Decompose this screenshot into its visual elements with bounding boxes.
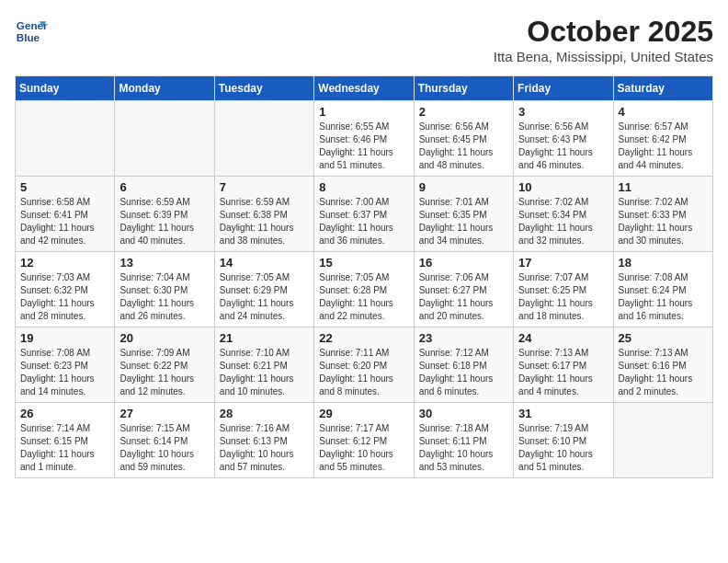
calendar-week-2: 5 Sunrise: 6:58 AMSunset: 6:41 PMDayligh… xyxy=(16,177,713,252)
calendar-cell: 12 Sunrise: 7:03 AMSunset: 6:32 PMDaylig… xyxy=(16,252,115,327)
day-info: Sunrise: 7:08 AMSunset: 6:23 PMDaylight:… xyxy=(20,347,109,398)
calendar-cell: 23 Sunrise: 7:12 AMSunset: 6:18 PMDaylig… xyxy=(414,327,513,403)
calendar-cell: 24 Sunrise: 7:13 AMSunset: 6:17 PMDaylig… xyxy=(514,327,613,403)
calendar-cell: 19 Sunrise: 7:08 AMSunset: 6:23 PMDaylig… xyxy=(16,327,115,403)
calendar-cell: 21 Sunrise: 7:10 AMSunset: 6:21 PMDaylig… xyxy=(214,327,313,403)
calendar-week-4: 19 Sunrise: 7:08 AMSunset: 6:23 PMDaylig… xyxy=(16,327,713,403)
day-number: 17 xyxy=(518,256,608,270)
calendar-cell xyxy=(16,101,115,177)
day-number: 18 xyxy=(619,256,708,270)
location-title: Itta Bena, Mississippi, United States xyxy=(494,49,713,64)
calendar-cell: 31 Sunrise: 7:19 AMSunset: 6:10 PMDaylig… xyxy=(514,403,613,478)
day-number: 3 xyxy=(518,105,608,119)
day-info: Sunrise: 6:55 AMSunset: 6:46 PMDaylight:… xyxy=(319,121,408,172)
day-number: 26 xyxy=(20,407,109,420)
calendar-cell xyxy=(214,101,313,177)
day-number: 8 xyxy=(319,180,408,194)
day-info: Sunrise: 7:19 AMSunset: 6:10 PMDaylight:… xyxy=(518,422,608,474)
calendar-cell: 30 Sunrise: 7:18 AMSunset: 6:11 PMDaylig… xyxy=(414,403,513,478)
calendar-week-3: 12 Sunrise: 7:03 AMSunset: 6:32 PMDaylig… xyxy=(16,252,713,327)
day-info: Sunrise: 7:00 AMSunset: 6:37 PMDaylight:… xyxy=(319,196,408,247)
calendar-cell: 3 Sunrise: 6:56 AMSunset: 6:43 PMDayligh… xyxy=(514,101,613,177)
header-wednesday: Wednesday xyxy=(314,76,414,101)
day-info: Sunrise: 7:08 AMSunset: 6:24 PMDaylight:… xyxy=(619,271,708,323)
day-number: 9 xyxy=(419,180,508,194)
day-info: Sunrise: 7:06 AMSunset: 6:27 PMDaylight:… xyxy=(419,271,508,323)
calendar-cell: 6 Sunrise: 6:59 AMSunset: 6:39 PMDayligh… xyxy=(115,177,214,252)
day-number: 7 xyxy=(220,180,309,194)
calendar-cell: 1 Sunrise: 6:55 AMSunset: 6:46 PMDayligh… xyxy=(314,101,414,177)
day-info: Sunrise: 7:11 AMSunset: 6:20 PMDaylight:… xyxy=(319,347,408,398)
calendar-cell: 26 Sunrise: 7:14 AMSunset: 6:15 PMDaylig… xyxy=(16,403,115,478)
day-info: Sunrise: 6:59 AMSunset: 6:39 PMDaylight:… xyxy=(119,196,209,247)
day-number: 31 xyxy=(518,407,608,420)
calendar-cell: 25 Sunrise: 7:13 AMSunset: 6:16 PMDaylig… xyxy=(613,327,712,403)
day-number: 19 xyxy=(20,331,109,345)
calendar-cell: 11 Sunrise: 7:02 AMSunset: 6:33 PMDaylig… xyxy=(613,177,712,252)
day-info: Sunrise: 7:02 AMSunset: 6:34 PMDaylight:… xyxy=(518,196,608,247)
calendar-cell xyxy=(115,101,214,177)
calendar-cell: 8 Sunrise: 7:00 AMSunset: 6:37 PMDayligh… xyxy=(314,177,414,252)
calendar-cell: 22 Sunrise: 7:11 AMSunset: 6:20 PMDaylig… xyxy=(314,327,414,403)
day-info: Sunrise: 6:56 AMSunset: 6:45 PMDaylight:… xyxy=(419,121,508,172)
day-info: Sunrise: 6:58 AMSunset: 6:41 PMDaylight:… xyxy=(20,196,109,247)
calendar-cell: 16 Sunrise: 7:06 AMSunset: 6:27 PMDaylig… xyxy=(414,252,513,327)
day-info: Sunrise: 7:09 AMSunset: 6:22 PMDaylight:… xyxy=(119,347,209,398)
day-info: Sunrise: 7:05 AMSunset: 6:29 PMDaylight:… xyxy=(220,271,309,323)
day-info: Sunrise: 7:13 AMSunset: 6:16 PMDaylight:… xyxy=(619,347,708,398)
day-info: Sunrise: 7:10 AMSunset: 6:21 PMDaylight:… xyxy=(220,347,309,398)
day-number: 4 xyxy=(619,105,708,119)
month-title: October 2025 xyxy=(494,15,713,49)
day-number: 21 xyxy=(220,331,309,345)
day-number: 1 xyxy=(319,105,408,119)
day-info: Sunrise: 7:16 AMSunset: 6:13 PMDaylight:… xyxy=(220,422,309,474)
day-info: Sunrise: 7:17 AMSunset: 6:12 PMDaylight:… xyxy=(319,422,408,474)
day-number: 6 xyxy=(119,180,209,194)
calendar-cell xyxy=(613,403,712,478)
calendar-cell: 7 Sunrise: 6:59 AMSunset: 6:38 PMDayligh… xyxy=(214,177,313,252)
header-tuesday: Tuesday xyxy=(214,76,313,101)
day-info: Sunrise: 7:13 AMSunset: 6:17 PMDaylight:… xyxy=(518,347,608,398)
day-info: Sunrise: 7:01 AMSunset: 6:35 PMDaylight:… xyxy=(419,196,508,247)
logo-icon: General Blue xyxy=(15,15,48,48)
day-info: Sunrise: 7:18 AMSunset: 6:11 PMDaylight:… xyxy=(419,422,508,474)
day-number: 22 xyxy=(319,331,408,345)
calendar-cell: 17 Sunrise: 7:07 AMSunset: 6:25 PMDaylig… xyxy=(514,252,613,327)
day-info: Sunrise: 7:14 AMSunset: 6:15 PMDaylight:… xyxy=(20,422,109,474)
calendar-cell: 10 Sunrise: 7:02 AMSunset: 6:34 PMDaylig… xyxy=(514,177,613,252)
header-monday: Monday xyxy=(115,76,214,101)
header-friday: Friday xyxy=(514,76,613,101)
day-number: 28 xyxy=(220,407,309,420)
calendar-cell: 5 Sunrise: 6:58 AMSunset: 6:41 PMDayligh… xyxy=(16,177,115,252)
calendar-week-5: 26 Sunrise: 7:14 AMSunset: 6:15 PMDaylig… xyxy=(16,403,713,478)
day-number: 12 xyxy=(20,256,109,270)
day-info: Sunrise: 7:12 AMSunset: 6:18 PMDaylight:… xyxy=(419,347,508,398)
calendar-cell: 14 Sunrise: 7:05 AMSunset: 6:29 PMDaylig… xyxy=(214,252,313,327)
day-info: Sunrise: 7:02 AMSunset: 6:33 PMDaylight:… xyxy=(619,196,708,247)
day-number: 29 xyxy=(319,407,408,420)
day-info: Sunrise: 7:04 AMSunset: 6:30 PMDaylight:… xyxy=(119,271,209,323)
day-number: 27 xyxy=(119,407,209,420)
title-area: October 2025 Itta Bena, Mississippi, Uni… xyxy=(494,15,713,64)
calendar-cell: 20 Sunrise: 7:09 AMSunset: 6:22 PMDaylig… xyxy=(115,327,214,403)
svg-text:Blue: Blue xyxy=(17,31,40,43)
calendar-cell: 18 Sunrise: 7:08 AMSunset: 6:24 PMDaylig… xyxy=(613,252,712,327)
page-header: General Blue General Blue October 2025 I… xyxy=(15,15,713,64)
calendar-cell: 13 Sunrise: 7:04 AMSunset: 6:30 PMDaylig… xyxy=(115,252,214,327)
day-number: 5 xyxy=(20,180,109,194)
weekday-header-row: Sunday Monday Tuesday Wednesday Thursday… xyxy=(16,76,713,101)
calendar-table: Sunday Monday Tuesday Wednesday Thursday… xyxy=(15,75,713,478)
day-number: 20 xyxy=(119,331,209,345)
day-number: 13 xyxy=(119,256,209,270)
calendar-cell: 9 Sunrise: 7:01 AMSunset: 6:35 PMDayligh… xyxy=(414,177,513,252)
header-thursday: Thursday xyxy=(414,76,513,101)
day-info: Sunrise: 7:05 AMSunset: 6:28 PMDaylight:… xyxy=(319,271,408,323)
day-number: 15 xyxy=(319,256,408,270)
calendar-cell: 4 Sunrise: 6:57 AMSunset: 6:42 PMDayligh… xyxy=(613,101,712,177)
header-sunday: Sunday xyxy=(16,76,115,101)
day-info: Sunrise: 6:56 AMSunset: 6:43 PMDaylight:… xyxy=(518,121,608,172)
day-number: 2 xyxy=(419,105,508,119)
day-number: 16 xyxy=(419,256,508,270)
calendar-cell: 29 Sunrise: 7:17 AMSunset: 6:12 PMDaylig… xyxy=(314,403,414,478)
logo: General Blue General Blue xyxy=(15,15,48,48)
